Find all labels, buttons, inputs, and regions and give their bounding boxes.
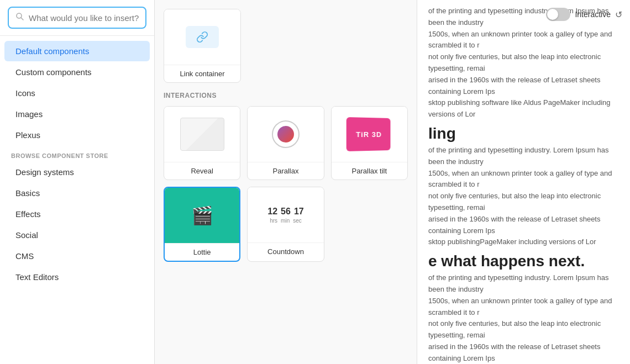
content-area: Interactive ↺ of the printing and typese… <box>417 0 630 364</box>
countdown-unit-labels: hrs min sec <box>270 218 302 224</box>
parallax-visual <box>264 118 308 151</box>
card-parallax[interactable]: Parallax <box>247 106 324 180</box>
card-countdown-label: Countdown <box>248 242 323 260</box>
countdown-minutes: 56 <box>281 207 291 217</box>
components-grid: Reveal Parallax TiR 3D Parallax tilt <box>164 106 408 262</box>
sidebar: Default components Custom components Ico… <box>0 0 155 364</box>
card-parallax-thumb <box>248 107 323 162</box>
interactive-bar: Interactive ↺ <box>546 8 622 21</box>
search-input[interactable] <box>29 13 139 23</box>
lottie-icon: 🎬 <box>191 205 213 226</box>
card-parallax-tilt-thumb: TiR 3D <box>332 107 407 162</box>
content-heading-2: e what happens next. <box>428 252 619 270</box>
content-text-14: not only five centuries, but also the le… <box>428 318 619 341</box>
countdown-sec-label: sec <box>293 218 302 224</box>
link-icon <box>186 26 219 48</box>
countdown-hrs-label: hrs <box>270 218 277 224</box>
content-text-11: PageMaker including versions of Lor <box>480 236 596 248</box>
content-text-3: not only five centuries, but also the le… <box>428 51 619 75</box>
card-parallax-label: Parallax <box>248 162 323 180</box>
countdown-seconds: 17 <box>294 207 304 217</box>
sidebar-item-cms[interactable]: CMS <box>4 246 150 266</box>
toggle-knob <box>547 9 558 20</box>
sidebar-nav: Default components Custom components Ico… <box>0 36 154 364</box>
refresh-icon[interactable]: ↺ <box>615 9 622 20</box>
countdown-hours: 12 <box>267 207 277 217</box>
content-text-9: arised in the 1960s with the release of … <box>428 214 619 237</box>
card-link-container-label: Link container <box>164 65 240 82</box>
sidebar-item-plexus[interactable]: Plexus <box>4 125 150 145</box>
card-countdown[interactable]: 12 56 17 hrs min sec Countdown <box>247 187 324 262</box>
content-text-8: not only five centuries, but also the le… <box>428 191 619 214</box>
sidebar-item-custom-components[interactable]: Custom components <box>4 62 150 82</box>
sidebar-item-basics[interactable]: Basics <box>4 183 150 203</box>
parallax-inner-circle <box>277 126 294 143</box>
countdown-min-label: min <box>281 218 290 224</box>
card-parallax-tilt-label: Parallax tilt <box>332 162 407 180</box>
sidebar-item-images[interactable]: Images <box>4 104 150 124</box>
content-text-13: 1500s, when an unknown printer took a ga… <box>428 296 619 319</box>
card-link-container-thumb <box>164 9 240 65</box>
content-text-4: arised in the 1960s with the release of … <box>428 75 619 98</box>
sidebar-item-social[interactable]: Social <box>4 225 150 245</box>
sidebar-item-design-systems[interactable]: Design systems <box>4 162 150 182</box>
search-bar <box>0 0 154 36</box>
search-wrapper[interactable] <box>8 7 146 29</box>
content-text-7: 1500s, when an unknown printer took a ga… <box>428 168 619 191</box>
content-text-row2: sktop publishing PageMaker including ver… <box>428 236 619 248</box>
svg-line-1 <box>21 18 23 20</box>
card-reveal[interactable]: Reveal <box>164 106 240 180</box>
reveal-visual <box>180 118 224 151</box>
interactions-label: INTERACTIONS <box>164 92 408 99</box>
card-parallax-tilt[interactable]: TiR 3D Parallax tilt <box>331 106 408 180</box>
components-panel: Link container INTERACTIONS Reveal <box>155 0 417 364</box>
countdown-visual: 12 56 17 hrs min sec <box>267 207 303 224</box>
search-icon <box>15 12 24 23</box>
card-link-container[interactable]: Link container <box>164 9 241 83</box>
sidebar-item-effects[interactable]: Effects <box>4 204 150 224</box>
content-body: of the printing and typesetting industry… <box>428 0 619 364</box>
content-text-6: of the printing and typesetting industry… <box>428 145 619 168</box>
content-text-12: of the printing and typesetting industry… <box>428 272 619 296</box>
content-text-2: 1500s, when an unknown printer took a ga… <box>428 29 619 52</box>
interactive-toggle[interactable] <box>546 8 570 21</box>
content-text-row: arised in the 1960s with the release of … <box>428 214 619 237</box>
content-text-5: sktop publishing software like Aldus Pag… <box>428 97 619 120</box>
card-reveal-thumb <box>164 107 240 162</box>
card-lottie-thumb: 🎬 <box>165 188 239 243</box>
sidebar-item-default-components[interactable]: Default components <box>4 41 150 61</box>
card-lottie[interactable]: 🎬 Lottie <box>164 187 240 262</box>
sidebar-item-text-editors[interactable]: Text Editors <box>4 267 150 287</box>
card-lottie-label: Lottie <box>165 243 239 261</box>
card-reveal-label: Reveal <box>164 162 240 180</box>
card-countdown-thumb: 12 56 17 hrs min sec <box>248 187 323 242</box>
content-heading-1: ling <box>428 125 619 143</box>
interactive-label: Interactive <box>575 10 611 19</box>
browse-section-label: BROWSE COMPONENT STORE <box>0 146 154 161</box>
content-text-15: arised in the 1960s with the release of … <box>428 341 619 364</box>
countdown-digits: 12 56 17 <box>267 207 303 217</box>
content-text-10: sktop publishing <box>428 236 480 248</box>
parallax-tilt-visual: TiR 3D <box>347 117 391 151</box>
sidebar-item-icons[interactable]: Icons <box>4 83 150 103</box>
